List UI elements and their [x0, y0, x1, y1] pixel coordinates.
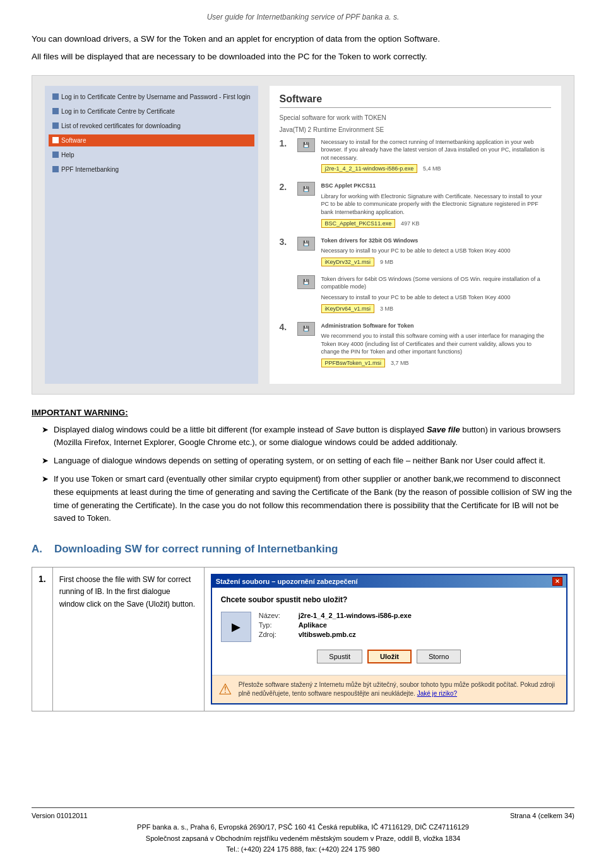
sw-item-2-num: 2. [280, 182, 291, 192]
section-a-letter: A. [32, 543, 42, 555]
win-warning-main-text: Přestože software stažený z Internetu mů… [239, 681, 555, 697]
warning-bullet-2-text: Language of dialogue windows depends on … [54, 455, 574, 468]
sw-item-2-disk: 💾 [297, 182, 315, 196]
win-info-row-name: Název: j2re-1_4_2_11-windows-i586-p.exe [259, 612, 412, 619]
warning-bullet-1: ➤ Displayed dialog windows could be a li… [32, 424, 574, 450]
win-warning-triangle-icon: ⚠ [218, 681, 232, 698]
page-header-title: User guide for Internetbanking service o… [32, 13, 574, 21]
win-run-button[interactable]: Spustit [317, 650, 362, 663]
sw-item-2-file[interactable]: BSC_Applet_PKCS11.exe [321, 219, 396, 228]
sw-item-4: 4. 💾 Administration Software for Token W… [280, 322, 551, 367]
win-titlebar-buttons: ✕ [552, 577, 562, 586]
win-info-rows: Název: j2re-1_4_2_11-windows-i586-p.exe … [259, 612, 412, 640]
menu-item-ppf[interactable]: PPF Internetbanking [49, 163, 254, 175]
menu-icon-help [52, 152, 59, 158]
win-dialog-titlebar: Stažení souboru – upozornění zabezpečení… [212, 575, 566, 588]
menu-item-login-first[interactable]: Log in to Certificate Centre by Username… [49, 91, 254, 103]
win-file-icon: ▶ [221, 612, 251, 642]
sw-item-3b-file[interactable]: iKeyDrv64_v1.msi [321, 304, 375, 313]
sw-item-1-num: 1. [280, 138, 291, 148]
sw-content-title: Software [280, 93, 551, 108]
menu-item-help[interactable]: Help [49, 149, 254, 161]
sw-item-3b-desc: Necessary to install to your PC to be ab… [321, 294, 551, 302]
sw-item-2-header: BSC Applet PKCS11 [321, 182, 551, 190]
win-info-row-source: Zdroj: vltibsweb.pmb.cz [259, 631, 412, 638]
footer-line3: Společnost zapsaná v Obchodním rejstříku… [32, 833, 574, 845]
win-warning-link[interactable]: Jaké je riziko? [417, 690, 457, 697]
warning-bullet-1-text: Displayed dialog windows could be a litt… [54, 424, 574, 450]
sw-item-3b-content: Token drivers for 64bit OS Windows (Some… [321, 275, 551, 313]
step-1-screenshot: Stažení souboru – upozornění zabezpečení… [204, 568, 574, 711]
win-info-value-source: vltibsweb.pmb.cz [299, 631, 356, 638]
warning-bullet-3: ➤ If you use Token or smart card (eventu… [32, 473, 574, 525]
sw-item-3-file[interactable]: iKeyDrv32_v1.msi [321, 258, 375, 266]
download-section: 1. First choose the file with SW for cor… [32, 567, 574, 711]
section-a-heading: A. Downloading SW for correct running of… [32, 543, 574, 556]
sw-item-2-size: 497 KB [401, 220, 420, 227]
step-1-number: 1. [32, 568, 53, 711]
win-info-value-type: Aplikace [299, 621, 327, 629]
sw-item-3b-size: 3 MB [380, 306, 393, 312]
footer-line4: Tel.: (+420) 224 175 888, fax: (+420) 22… [32, 844, 574, 855]
sw-item-2-desc: Library for working with Electronic Sign… [321, 193, 551, 217]
footer-line1: Version 01012011 Strana 4 (celkem 34) [32, 812, 574, 819]
win-dialog-content-row: ▶ Název: j2re-1_4_2_11-windows-i586-p.ex… [221, 612, 557, 642]
win-save-button[interactable]: Uložit [367, 650, 412, 663]
warning-bullet-2: ➤ Language of dialogue windows depends o… [32, 455, 574, 468]
step-1-row: 1. First choose the file with SW for cor… [32, 568, 574, 711]
win-close-button[interactable]: ✕ [552, 577, 562, 586]
win-info-label-source: Zdroj: [259, 631, 294, 638]
menu-item-software[interactable]: Software [49, 134, 254, 146]
footer-version: Version 01012011 [32, 812, 88, 819]
sw-item-3b: 💾 Token drivers for 64bit OS Windows (So… [280, 275, 551, 313]
win-dialog: Stažení souboru – upozornění zabezpečení… [211, 574, 567, 705]
section-a-title-text: Downloading SW for correct running of In… [54, 543, 338, 555]
menu-icon-ppf [52, 166, 59, 172]
sw-item-4-header: Administration Software for Token [321, 322, 551, 330]
steps-table: 1. First choose the file with SW for cor… [32, 567, 574, 711]
sw-item-4-disk: 💾 [297, 322, 315, 336]
win-dialog-body: Chcete soubor spustit nebo uložit? ▶ Náz… [212, 588, 566, 675]
bullet-arrow-1: ➤ [42, 424, 49, 450]
bullet-arrow-3: ➤ [42, 473, 49, 525]
win-security-warning: ⚠ Přestože software stažený z Internetu … [212, 675, 566, 703]
sw-main-content: Software Special software for work with … [270, 86, 561, 384]
sw-item-3: 3. 💾 Token drivers for 32bit OS Windows … [280, 237, 551, 266]
footer-line2: PPF banka a. s., Praha 6, Evropská 2690/… [32, 822, 574, 833]
menu-icon-login-cert [52, 108, 59, 114]
sw-item-2-content: BSC Applet PKCS11 Library for working wi… [321, 182, 551, 227]
sw-item-1-disk: 💾 [297, 138, 315, 152]
menu-icon-login-first [52, 93, 59, 100]
menu-item-revoked[interactable]: List of revoked certificates for downloa… [49, 120, 254, 132]
sw-subtitle2: Java(TM) 2 Runtime Environment SE [280, 126, 551, 133]
step-1-description: First choose the file with SW for correc… [52, 568, 204, 711]
menu-item-login-cert[interactable]: Log in to Certificate Centre by Certific… [49, 105, 254, 117]
sw-item-4-size: 3,7 MB [391, 360, 409, 366]
sw-sidebar: Log in to Certificate Centre by Username… [45, 86, 258, 384]
sw-item-4-desc: We recommend you to install this softwar… [321, 332, 551, 356]
menu-icon-revoked [52, 122, 59, 129]
win-info-label-name: Název: [259, 612, 294, 619]
win-info-value-name: j2re-1_4_2_11-windows-i586-p.exe [299, 612, 412, 619]
intro-line1: You can download drivers, a SW for the T… [32, 33, 574, 45]
sw-item-3-content: Token drivers for 32bit OS Windows Neces… [321, 237, 551, 266]
sw-subtitle1: Special software for work with TOKEN [280, 114, 551, 121]
warning-title: IMPORTANT WARNING: [32, 406, 574, 420]
win-warning-text-content: Přestože software stažený z Internetu mů… [239, 681, 560, 698]
sw-item-1: 1. 💾 Necessary to install for the correc… [280, 138, 551, 174]
footer-page-info: Strana 4 (celkem 34) [510, 812, 574, 819]
menu-icon-software [52, 137, 59, 143]
sw-item-3b-disk: 💾 [297, 275, 315, 289]
sw-item-3-size: 9 MB [380, 259, 393, 265]
sw-item-3b-header: Token drivers for 64bit OS Windows (Some… [321, 275, 551, 291]
software-screenshot: Log in to Certificate Centre by Username… [32, 75, 574, 395]
win-dialog-title-text: Stažení souboru – upozornění zabezpečení [216, 578, 358, 585]
sw-item-4-num: 4. [280, 322, 291, 332]
sw-item-1-size: 5,4 MB [423, 165, 441, 172]
sw-item-4-file[interactable]: PPFBswToken_v1.msi [321, 359, 386, 367]
win-cancel-button[interactable]: Storno [417, 650, 461, 663]
sw-item-1-desc: Necessary to install for the correct run… [321, 138, 551, 162]
intro-line2: All files will be displayed that are nec… [32, 51, 574, 63]
sw-item-1-file[interactable]: j2re-1_4_2_11-windows-i586-p.exe [321, 164, 418, 173]
warning-block: IMPORTANT WARNING: ➤ Displayed dialog wi… [32, 406, 574, 525]
